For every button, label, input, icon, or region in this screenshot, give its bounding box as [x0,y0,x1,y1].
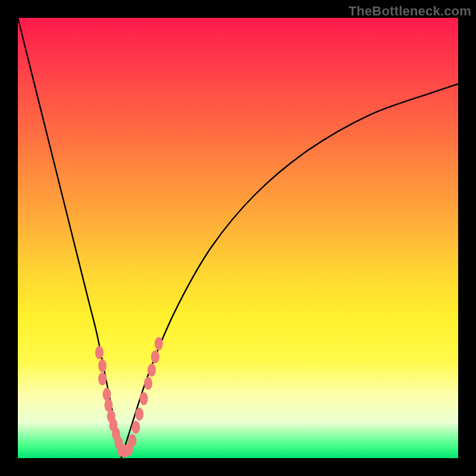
chart-svg [18,18,458,458]
curve-group [18,18,458,458]
data-marker [128,434,136,447]
data-marker [135,408,143,421]
data-marker [148,364,156,377]
chart-frame: TheBottleneck.com [0,0,476,476]
watermark-text: TheBottleneck.com [349,4,471,19]
data-markers [95,337,163,458]
data-marker [131,421,140,434]
data-marker [102,388,111,401]
data-marker [140,392,148,405]
data-marker [144,377,152,390]
data-marker [151,350,159,364]
curve-right-arm [121,84,458,458]
data-marker [98,372,107,386]
data-marker [98,359,107,372]
data-marker [155,337,163,350]
data-marker [95,346,104,359]
